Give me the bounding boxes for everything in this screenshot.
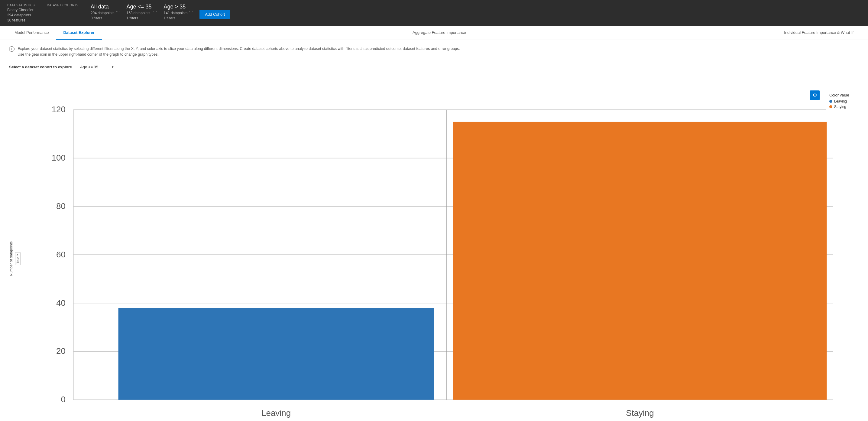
tab-model-performance[interactable]: Model Performance xyxy=(7,26,56,40)
tab-dataset-explorer[interactable]: Dataset Explorer xyxy=(56,26,101,40)
info-icon: i xyxy=(9,46,14,52)
cohort-all-data-name: All data xyxy=(91,4,115,10)
legend-item-leaving: Leaving xyxy=(829,99,855,103)
staying-dot xyxy=(829,105,832,108)
svg-text:0: 0 xyxy=(61,395,65,404)
bar-staying xyxy=(453,122,827,399)
svg-text:80: 80 xyxy=(56,202,66,211)
cohorts-header: DATASET COHORTS xyxy=(47,4,79,7)
cohort-all-data: All data 294 datapoints 0 filters ··· xyxy=(85,4,121,20)
add-cohort-button[interactable]: Add Cohort xyxy=(199,10,230,19)
svg-text:20: 20 xyxy=(56,346,66,356)
cohort-age-gt-35: Age > 35 141 datapoints 1 filters ··· xyxy=(158,4,194,20)
bar-leaving xyxy=(119,308,434,400)
data-statistics-section: DATA STATISTICS Binary Classifier 294 da… xyxy=(7,4,35,22)
gear-button[interactable]: ⚙ xyxy=(810,90,819,100)
cohorts-list: All data 294 datapoints 0 filters ··· Ag… xyxy=(85,4,230,20)
tab-aggregate-feature[interactable]: Aggregate Feature Importance xyxy=(405,26,473,40)
cohort-selector-row: Select a dataset cohort to explore All d… xyxy=(9,63,859,71)
y-axis-inner-label: True Y xyxy=(15,252,21,265)
legend-leaving-label: Leaving xyxy=(834,99,847,103)
cohort-age-gt-35-points: 141 datapoints xyxy=(164,11,188,15)
tab-individual-feature[interactable]: Individual Feature Importance & What-If xyxy=(777,26,861,40)
svg-text:Staying: Staying xyxy=(626,408,654,418)
classifier-label: Binary Classifier xyxy=(7,8,35,12)
svg-text:100: 100 xyxy=(52,153,66,162)
cohorts-label: DATASET COHORTS xyxy=(47,4,79,7)
cohort-all-data-menu[interactable]: ··· xyxy=(116,9,120,14)
svg-text:60: 60 xyxy=(56,249,66,259)
cohort-age-lte-35: Age <= 35 153 datapoints 1 filters ··· xyxy=(121,4,158,20)
leaving-dot xyxy=(829,100,832,103)
top-bar: DATA STATISTICS Binary Classifier 294 da… xyxy=(0,0,868,26)
svg-text:120: 120 xyxy=(52,104,66,114)
nav-tabs: Model Performance Dataset Explorer Aggre… xyxy=(0,26,868,40)
cohort-all-data-filters: 0 filters xyxy=(91,16,115,20)
legend-title: Color value xyxy=(829,93,855,97)
legend-item-staying: Staying xyxy=(829,104,855,109)
cohort-age-lte-35-points: 153 datapoints xyxy=(127,11,152,15)
svg-text:40: 40 xyxy=(56,298,66,307)
features-label: 30 features xyxy=(7,18,35,22)
cohort-age-gt-35-filters: 1 filters xyxy=(164,16,188,20)
cohort-age-lte-35-menu[interactable]: ··· xyxy=(153,9,157,14)
main-content: i Explore your dataset statistics by sel… xyxy=(0,40,868,421)
chart-svg-wrapper: ⚙ Color value Leaving Staying xyxy=(22,90,859,421)
cohort-age-gt-35-name: Age > 35 xyxy=(164,4,188,10)
datapoints-label: 294 datapoints xyxy=(7,13,35,17)
cohorts-section: DATASET COHORTS All data 294 datapoints … xyxy=(47,4,230,20)
svg-text:Leaving: Leaving xyxy=(261,408,291,418)
chart-container: Number of datapoints True Y ⚙ Color valu… xyxy=(9,78,859,421)
cohort-dropdown-wrapper: All data Age <= 35 Age > 35 ▾ xyxy=(77,63,116,71)
stats-label: DATA STATISTICS xyxy=(7,4,35,7)
chart-area: ⚙ Color value Leaving Staying xyxy=(22,78,859,421)
cohort-age-gt-35-menu[interactable]: ··· xyxy=(189,9,193,14)
info-text: Explore your dataset statistics by selec… xyxy=(18,46,460,57)
info-text-line2: Use the gear icon in the upper right-han… xyxy=(18,52,460,57)
cohort-age-lte-35-filters: 1 filters xyxy=(127,16,152,20)
info-row: i Explore your dataset statistics by sel… xyxy=(9,46,859,57)
info-text-line1: Explore your dataset statistics by selec… xyxy=(18,46,460,52)
cohort-dropdown[interactable]: All data Age <= 35 Age > 35 xyxy=(77,63,116,71)
legend: Color value Leaving Staying xyxy=(826,90,859,113)
legend-staying-label: Staying xyxy=(834,104,846,109)
cohort-all-data-points: 294 datapoints xyxy=(91,11,115,15)
cohort-age-lte-35-name: Age <= 35 xyxy=(127,4,152,10)
cohort-selector-label: Select a dataset cohort to explore xyxy=(9,65,72,69)
y-axis-label: Number of datapoints xyxy=(9,241,13,276)
chart-svg: 0 20 40 60 80 100 120 xyxy=(22,90,859,421)
